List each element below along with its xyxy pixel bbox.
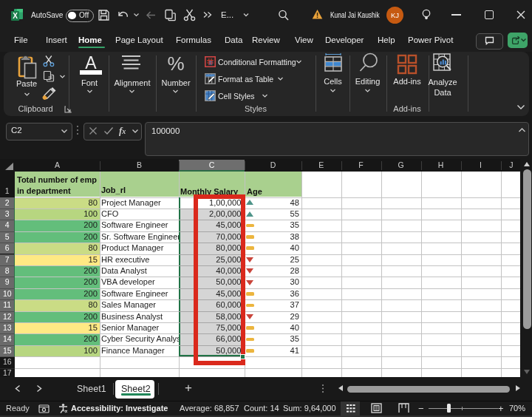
svg-text:X: X bbox=[13, 12, 18, 20]
